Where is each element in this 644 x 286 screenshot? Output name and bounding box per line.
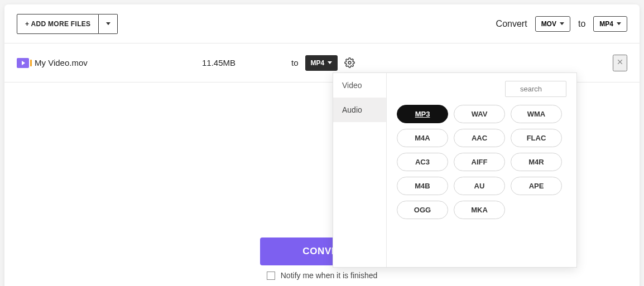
- source-format-value: MOV: [541, 20, 556, 28]
- file-size: 11.45MB: [202, 58, 291, 67]
- format-option-flac[interactable]: FLAC: [511, 129, 562, 147]
- file-name: My Video.mov: [35, 58, 202, 67]
- format-category-tabs: VideoAudio: [333, 73, 387, 267]
- format-tab-video[interactable]: Video: [333, 73, 386, 98]
- format-dropdown-body: MP3WAVWMAM4AAACFLACAC3AIFFM4RM4BAUAPEOGG…: [387, 73, 576, 267]
- format-option-mka[interactable]: MKA: [454, 201, 505, 219]
- format-option-aiff[interactable]: AIFF: [454, 153, 505, 171]
- topbar-right: Convert MOV to MP4: [496, 16, 627, 32]
- chevron-down-icon: [328, 61, 332, 64]
- chevron-down-icon: [106, 22, 110, 25]
- format-option-m4b[interactable]: M4B: [397, 177, 448, 195]
- format-search-input[interactable]: [505, 81, 566, 97]
- format-grid: MP3WAVWMAM4AAACFLACAC3AIFFM4RM4BAUAPEOGG…: [397, 105, 566, 219]
- notify-label: Notify me when it is finished: [281, 271, 378, 280]
- format-option-wma[interactable]: WMA: [511, 105, 562, 123]
- format-search-box: [505, 81, 566, 97]
- source-format-select[interactable]: MOV: [535, 16, 570, 32]
- format-option-aac[interactable]: AAC: [454, 129, 505, 147]
- notify-checkbox[interactable]: [267, 272, 275, 280]
- format-option-m4r[interactable]: M4R: [511, 153, 562, 171]
- topbar: + ADD MORE FILES Convert MOV to MP4: [4, 4, 640, 43]
- row-to-label: to: [291, 58, 299, 67]
- remove-file-button[interactable]: [613, 55, 627, 71]
- convert-label: Convert: [496, 19, 527, 29]
- format-option-m4a[interactable]: M4A: [397, 129, 448, 147]
- format-dropdown: VideoAudio MP3WAVWMAM4AAACFLACAC3AIFFM4R…: [333, 72, 577, 268]
- chevron-down-icon: [560, 22, 564, 25]
- row-target-format-select[interactable]: MP4: [305, 55, 338, 71]
- settings-button[interactable]: [344, 57, 355, 68]
- video-file-icon: [17, 58, 29, 68]
- app-window: + ADD MORE FILES Convert MOV to MP4 My V…: [4, 4, 640, 286]
- row-target-format-value: MP4: [311, 59, 325, 67]
- target-format-select[interactable]: MP4: [593, 16, 627, 32]
- format-option-mp3[interactable]: MP3: [397, 105, 448, 123]
- play-icon: [22, 61, 25, 65]
- format-option-ape[interactable]: APE: [511, 177, 562, 195]
- add-more-files-button[interactable]: + ADD MORE FILES: [17, 14, 99, 34]
- svg-point-0: [348, 61, 351, 64]
- gear-icon: [344, 57, 355, 68]
- add-more-group: + ADD MORE FILES: [17, 14, 118, 34]
- format-option-wav[interactable]: WAV: [454, 105, 505, 123]
- notify-row: Notify me when it is finished: [4, 271, 640, 280]
- chevron-down-icon: [617, 22, 621, 25]
- format-tab-audio[interactable]: Audio: [333, 98, 386, 122]
- format-option-ac3[interactable]: AC3: [397, 153, 448, 171]
- target-format-value: MP4: [599, 20, 613, 28]
- add-more-dropdown-toggle[interactable]: [99, 14, 118, 34]
- close-icon: [616, 58, 624, 66]
- to-label: to: [578, 19, 585, 29]
- format-option-au[interactable]: AU: [454, 177, 505, 195]
- format-option-ogg[interactable]: OGG: [397, 201, 448, 219]
